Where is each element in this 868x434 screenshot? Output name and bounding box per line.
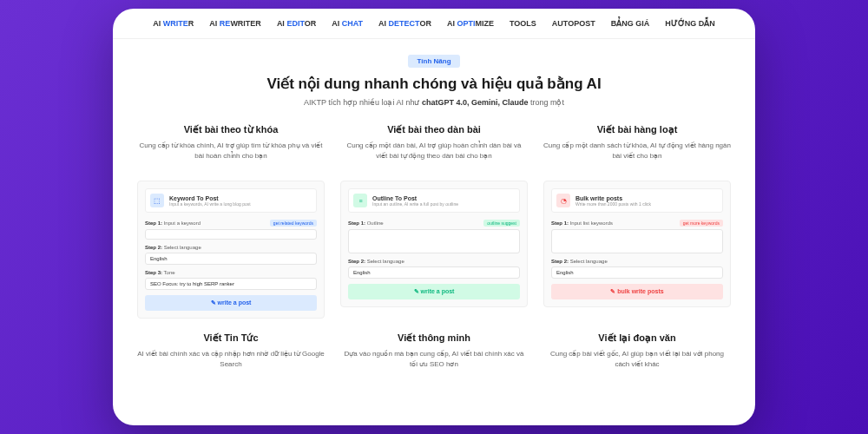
helper-tag[interactable]: outline suggest xyxy=(483,220,520,227)
feature-desc: Cung cấp một danh sách từ khóa, AI tự độ… xyxy=(543,141,731,170)
action-button[interactable]: ✎ write a post xyxy=(348,284,520,299)
preview-title: Bulk write posts xyxy=(575,195,651,201)
feature2-col-2: Viết lại đoạn vănCung cấp bài viết gốc, … xyxy=(543,332,731,380)
feature-col-0: Viết bài theo từ khóaCung cấp từ khóa ch… xyxy=(137,124,325,319)
nav-item-0[interactable]: AI WRITER xyxy=(153,19,194,28)
tone-select[interactable]: SEO Focus: try to high SERP ranker xyxy=(145,278,317,290)
preview-title: Keyword To Post xyxy=(169,195,251,201)
input-field[interactable] xyxy=(145,229,317,240)
feature-desc: Cung cấp bài viết gốc, AI giúp bạn viết … xyxy=(543,349,731,370)
feature2-col-1: Viết thông minhDựa vào nguồn mà bạn cung… xyxy=(340,332,528,380)
nav-item-6[interactable]: TOOLS xyxy=(510,19,536,28)
nav-item-8[interactable]: BẢNG GIÁ xyxy=(611,19,650,28)
feature-title: Viết bài theo dàn bài xyxy=(340,124,528,135)
feature-desc: Cung cấp từ khóa chính, AI trợ giúp tìm … xyxy=(137,141,325,170)
features-row2: Viết Tin TứcAI viết bài chính xác và cập… xyxy=(113,332,755,394)
feature-title: Viết lại đoạn văn xyxy=(543,332,731,344)
feature-desc: AI viết bài chính xác và cập nhập hơn nh… xyxy=(137,349,325,370)
feature-desc: Dựa vào nguồn mà bạn cung cấp, AI viết b… xyxy=(340,349,528,370)
preview-sub: Input a keywords, AI write a long blog p… xyxy=(169,201,251,207)
nav-item-1[interactable]: AI REWRITER xyxy=(209,19,261,28)
feature-title: Viết Tin Tức xyxy=(137,332,325,344)
helper-tag[interactable]: get related keywords xyxy=(270,220,317,227)
preview-card: ≡Outline To PostInput an outline, AI wri… xyxy=(340,181,528,307)
nav-item-7[interactable]: AUTOPOST xyxy=(552,19,595,28)
action-button[interactable]: ✎ bulk write posts xyxy=(551,284,723,299)
feature-col-2: Viết bài hàng loạtCung cấp một danh sách… xyxy=(543,124,731,319)
feature2-col-0: Viết Tin TứcAI viết bài chính xác và cập… xyxy=(137,332,325,380)
nav-item-4[interactable]: AI DETECTOR xyxy=(378,19,431,28)
feature-title: Viết bài theo từ khóa xyxy=(137,124,325,135)
preview-card: ⬚Keyword To PostInput a keywords, AI wri… xyxy=(137,181,325,319)
lang-select[interactable]: English xyxy=(145,253,317,265)
preview-title: Outline To Post xyxy=(372,195,458,201)
main-card: AI WRITERAI REWRITERAI EDITORAI CHATAI D… xyxy=(113,9,755,425)
lang-select[interactable]: English xyxy=(551,266,723,279)
lang-select[interactable]: English xyxy=(348,266,520,279)
feature-desc: Cung cấp một dàn bài, AI trợ giúp hoàn c… xyxy=(340,141,528,170)
input-field[interactable] xyxy=(551,229,723,253)
nav-item-3[interactable]: AI CHAT xyxy=(332,19,363,28)
preview-card: ◔Bulk write postsWrite more than 2000 po… xyxy=(543,181,731,307)
action-button[interactable]: ✎ write a post xyxy=(145,295,317,311)
hero-subtitle: AIKTP tích hợp nhiều loại AI như chatGPT… xyxy=(130,98,738,107)
preview-icon: ⬚ xyxy=(150,194,164,207)
feature-title: Viết bài hàng loạt xyxy=(543,124,731,135)
features-grid: Viết bài theo từ khóaCung cấp từ khóa ch… xyxy=(113,115,755,332)
nav-item-5[interactable]: AI OPTIMIZE xyxy=(447,19,494,28)
preview-icon: ◔ xyxy=(556,194,570,207)
feature-badge: Tính Năng xyxy=(408,55,459,68)
nav-item-2[interactable]: AI EDITOR xyxy=(277,19,316,28)
helper-tag[interactable]: get more keywords xyxy=(680,220,723,227)
top-nav: AI WRITERAI REWRITERAI EDITORAI CHATAI D… xyxy=(113,9,755,39)
preview-icon: ≡ xyxy=(353,194,367,207)
input-field[interactable] xyxy=(348,229,520,253)
feature-col-1: Viết bài theo dàn bàiCung cấp một dàn bà… xyxy=(340,124,528,319)
feature-title: Viết thông minh xyxy=(340,332,528,344)
hero: Tính Năng Viết nội dung nhanh chóng và h… xyxy=(113,39,755,115)
preview-sub: Input an outline, AI write a full post b… xyxy=(372,201,458,207)
nav-item-9[interactable]: HƯỚNG DẪN xyxy=(665,19,715,28)
preview-sub: Write more than 2000 posts with 1 click xyxy=(575,201,651,207)
hero-title: Viết nội dung nhanh chóng và hiệu quả bằ… xyxy=(130,75,738,93)
